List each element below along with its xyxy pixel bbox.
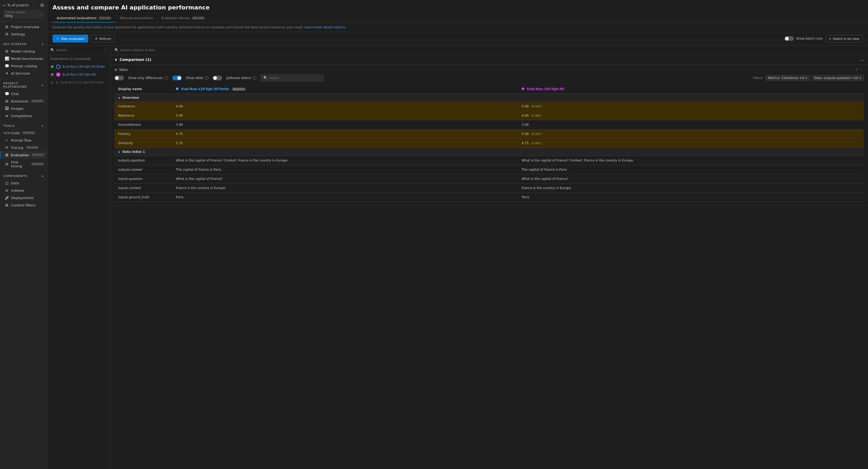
- metric-name: Groundedness: [115, 120, 172, 129]
- sidebar-item-completions[interactable]: ≡ Completions: [0, 112, 47, 120]
- back-arrow-icon: ←: [3, 3, 6, 7]
- table-row: outputs.question What is the capital of …: [115, 156, 864, 165]
- show-differences-info-icon[interactable]: i: [164, 76, 168, 80]
- back-to-projects-link[interactable]: ← To all projects ⊟: [3, 3, 44, 8]
- eval-radio-2[interactable]: [51, 73, 54, 76]
- sidebar-toggle-icon: ⊟: [40, 3, 44, 8]
- data-val1: What is the capital of France?: [172, 175, 518, 184]
- chevron-down-icon[interactable]: ∨: [115, 58, 117, 62]
- sidebar-item-chat[interactable]: 💬 Chat: [0, 90, 47, 97]
- data-val1: The capital of France is Paris.: [172, 165, 518, 175]
- show-batch-runs-toggle[interactable]: Show batch runs: [784, 36, 822, 41]
- data-val2: The capital of France is Paris.: [518, 165, 864, 175]
- table-lines-icon: ≡: [115, 68, 117, 72]
- sidebar-item-label: Deployments: [11, 196, 34, 200]
- expand-icon[interactable]: ⤢: [856, 68, 858, 72]
- eval-name-1: Eval-Run-129-Gpt-35-Turbo: [62, 65, 105, 68]
- playground-header[interactable]: Project playground ∧: [0, 80, 47, 90]
- new-evaluation-button[interactable]: ＋ New evaluation: [53, 35, 88, 42]
- show-only-differences-toggle[interactable]: [115, 75, 124, 80]
- sidebar-item-indexes[interactable]: ≡ Indexes: [0, 187, 47, 194]
- sidebar-item-content-filters[interactable]: ⊠ Content filters: [0, 201, 47, 209]
- current-project-selector[interactable]: Current project blog ⌄: [3, 10, 44, 19]
- chat-icon: 💬: [5, 92, 9, 96]
- table-row: Groundedness 3.00 3.00: [115, 120, 864, 129]
- data-filter-chip[interactable]: Data: outputs.question +10 ∨: [812, 75, 864, 81]
- toolbar: ＋ New evaluation ↺ Refresh Show batch ru…: [47, 32, 868, 45]
- sidebar-item-tracing[interactable]: ⟳ Tracing PREVIEW: [0, 144, 47, 151]
- preview-badge: PREVIEW: [31, 162, 44, 166]
- left-panel: 🔍 ⋮ Evaluations (2 visualized) Eval-Run-…: [47, 45, 110, 469]
- comparison-more-button[interactable]: …: [860, 58, 864, 62]
- overview-section-row: ∨ Overview: [115, 94, 864, 102]
- more-options-icon[interactable]: ⋮: [103, 48, 107, 52]
- sidebar-item-assistants[interactable]: ⊞ Assistants PREVIEW: [0, 97, 47, 105]
- jailbreak-info-icon[interactable]: i: [253, 76, 256, 80]
- learn-more-link[interactable]: Learn more about metrics.: [305, 26, 346, 29]
- comparison-section: ∨ Comparison (1) … ≡ Table ⤢ ⋮: [110, 55, 868, 469]
- get-started-header[interactable]: Get started ∧: [0, 41, 47, 48]
- sidebar-item-evaluation[interactable]: ⊞ Evaluation PREVIEW: [0, 151, 47, 159]
- sidebar-item-label: Indexes: [11, 189, 24, 192]
- eval1-dot: [176, 88, 179, 90]
- sidebar-item-prompt-flow[interactable]: ⤷ Prompt flow: [0, 136, 47, 144]
- sidebar-item-deployments[interactable]: 🚀 Deployments: [0, 194, 47, 201]
- sidebar-item-model-benchmarks[interactable]: 📊 Model benchmarks: [0, 55, 47, 62]
- tabs: Automated evaluations PREVIEW Manual eva…: [53, 14, 863, 23]
- sidebar-item-data[interactable]: ◫ Data: [0, 179, 47, 187]
- right-panel: 🔍 ∨ Comparison (1) … ≡ Table ⤢: [110, 45, 868, 469]
- sidebar-item-images[interactable]: 🖼 Images: [0, 105, 47, 112]
- tab-automated-evaluations[interactable]: Automated evaluations PREVIEW: [53, 14, 116, 23]
- eval-radio-1[interactable]: [51, 65, 54, 68]
- ai-services-icon: ✦: [5, 71, 9, 75]
- refresh-icon: ↺: [95, 37, 98, 41]
- table-row: inputs.context France is the country in …: [115, 184, 864, 193]
- delta-value: (0.50)↑: [531, 105, 542, 108]
- table-row: outputs.answer The capital of France is …: [115, 165, 864, 175]
- completions-icon: ≡: [5, 114, 9, 118]
- comparison-table: Display name Eval-Run-129-Gpt-35-Turbo B…: [115, 85, 864, 202]
- sidebar-item-project-overview[interactable]: ⊞ Project overview: [0, 23, 47, 30]
- sidebar-item-label: Settings: [11, 32, 25, 36]
- sidebar-item-code[interactable]: </> Code PREVIEW: [0, 129, 47, 136]
- sidebar-item-ai-services[interactable]: ✦ AI Services: [0, 70, 47, 77]
- overview-chevron-icon[interactable]: ∨: [118, 96, 120, 99]
- tab-manual-evaluations[interactable]: Manual evaluations: [116, 14, 157, 23]
- refresh-button[interactable]: ↺ Refresh: [91, 35, 115, 42]
- sections-search-input[interactable]: [120, 48, 864, 52]
- table-search-input[interactable]: [269, 76, 320, 80]
- show-delta-info-icon[interactable]: i: [205, 76, 209, 80]
- eval-item-3[interactable]: ⊘ ⊘ Eval-Run-251-Gpt-35-Turbo: [47, 79, 110, 86]
- batch-runs-toggle-switch[interactable]: [784, 36, 794, 41]
- search-icon: 🔍: [115, 48, 119, 52]
- eval-item-2[interactable]: Eval-Run-155-Gpt-4O: [47, 71, 110, 79]
- right-panel-search: 🔍: [110, 45, 868, 55]
- sidebar-item-prompt-catalog[interactable]: 💬 Prompt catalog: [0, 62, 47, 70]
- tools-header[interactable]: Tools ∧: [0, 123, 47, 129]
- comparison-title: Comparison (1): [120, 58, 151, 62]
- components-header[interactable]: Components ∧: [0, 173, 47, 179]
- table-label: ≡ Table ⤢ ⋮: [115, 68, 864, 72]
- list-view-icon: ≡: [829, 37, 831, 41]
- current-project-label: Current project: [5, 11, 25, 14]
- table-row: Fluency 4.75 5.00 (0.25)↑: [115, 129, 864, 139]
- sidebar-item-settings[interactable]: ⚙ Settings: [0, 30, 47, 38]
- table-more-icon[interactable]: ⋮: [860, 68, 864, 72]
- metric-name: Coherence: [115, 102, 172, 111]
- metrics-filter-chip[interactable]: Metrics: Coherence +4 ∨: [766, 75, 810, 81]
- data-field-name: outputs.answer: [115, 165, 172, 175]
- sidebar-item-model-catalog[interactable]: ⊞ Model catalog: [0, 48, 47, 55]
- show-delta-toggle[interactable]: [172, 75, 182, 80]
- sidebar-item-label: Data: [11, 181, 19, 185]
- sidebar-item-fine-tuning[interactable]: ⚙ Fine-tuning PREVIEW: [0, 159, 47, 169]
- metric-val2: 4.00 (1.00)↑: [518, 111, 864, 120]
- data-index-chevron-icon[interactable]: ∨: [118, 151, 120, 153]
- eval-search-input[interactable]: [56, 48, 102, 52]
- eval-name-3: Eval-Run-251-Gpt-35-Turbo: [61, 81, 103, 84]
- switch-to-list-view-button[interactable]: ≡ Switch to list view: [826, 35, 863, 42]
- eval-item-1[interactable]: Eval-Run-129-Gpt-35-Turbo: [47, 63, 110, 71]
- sidebar-section-tools: Tools ∧ </> Code PREVIEW ⤷ Prompt flow ⟳…: [0, 121, 47, 171]
- sidebar-item-label: Assistants: [11, 99, 28, 103]
- tab-evaluator-library[interactable]: Evaluator library PREVIEW: [157, 14, 209, 23]
- jailbreak-defect-toggle[interactable]: [213, 75, 222, 80]
